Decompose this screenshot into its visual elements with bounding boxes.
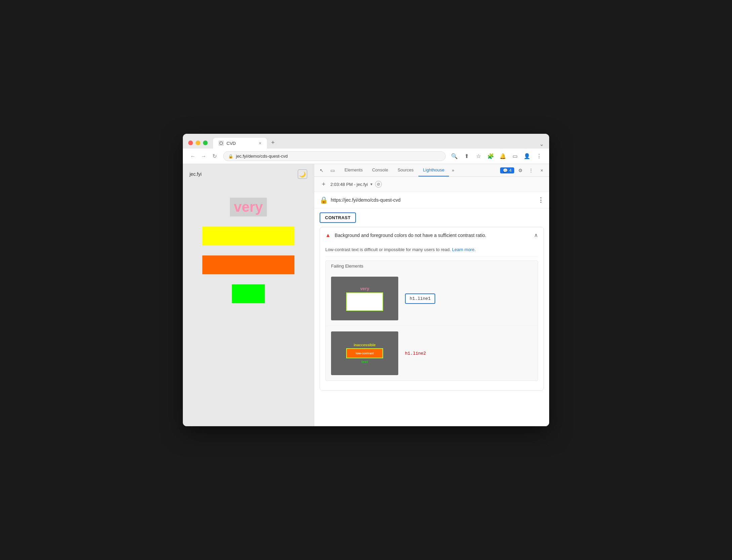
thumbnail-content-2: inaccessible low-contrast text bbox=[331, 331, 398, 375]
element-2-selector[interactable]: h1.line2 bbox=[405, 351, 426, 356]
site-name-label: jec.fyi bbox=[190, 171, 202, 177]
sidebar-icon[interactable]: ▭ bbox=[510, 152, 520, 161]
window-controls bbox=[188, 141, 208, 149]
text-element: text bbox=[232, 284, 265, 303]
tab-lighthouse[interactable]: Lighthouse bbox=[418, 164, 449, 176]
thumbnail-highlight-2: low-contrast bbox=[346, 348, 383, 358]
session-name: 2:03:48 PM - jec.fyi bbox=[330, 182, 368, 187]
collapse-icon[interactable]: ∧ bbox=[534, 232, 538, 238]
more-menu-icon[interactable]: ⋮ bbox=[534, 152, 544, 161]
address-bar: ← → ↻ 🔒 jec.fyi/demo/cds-quest-cvd 🔍 ⬆ ☆… bbox=[183, 149, 549, 164]
session-dropdown-icon[interactable]: ▾ bbox=[370, 182, 372, 187]
tab-favicon bbox=[218, 141, 224, 146]
devtools-tabs: ↖ ▭ Elements Console Sources Lighthouse … bbox=[314, 164, 549, 177]
element-thumbnail-1: very bbox=[331, 277, 398, 320]
failing-elements-container: Failing Elements very bbox=[325, 261, 538, 381]
audit-more-button[interactable]: ⋮ bbox=[538, 196, 544, 204]
inaccessible-text: inaccessible bbox=[202, 227, 294, 245]
badge-count: 4 bbox=[509, 168, 512, 173]
account-icon[interactable]: 👤 bbox=[522, 152, 532, 161]
element-thumbnail-2: inaccessible low-contrast text bbox=[331, 331, 398, 375]
new-tab-button[interactable]: + bbox=[268, 138, 278, 147]
settings-button[interactable]: ⚙ bbox=[516, 166, 525, 175]
devtools-tab-actions: 💬 4 ⚙ ⋮ × bbox=[500, 166, 546, 175]
devtools-tab-icons: ↖ ▭ bbox=[317, 166, 337, 175]
url-bar[interactable]: 🔒 jec.fyi/demo/cds-quest-cvd bbox=[223, 151, 446, 161]
learn-more-link[interactable]: Learn more bbox=[452, 247, 474, 252]
bookmark-icon[interactable]: ☆ bbox=[474, 152, 483, 161]
block-button[interactable]: ⊘ bbox=[375, 181, 382, 188]
webpage-header: jec.fyi 🌙 bbox=[183, 164, 314, 184]
audit-description: Low-contrast text is difficult or imposs… bbox=[325, 243, 538, 256]
title-bar: CVD × + ⌄ bbox=[183, 134, 549, 149]
session-bar: + 2:03:48 PM - jec.fyi ▾ ⊘ bbox=[314, 177, 549, 192]
audit-card-header[interactable]: ▲ Background and foreground colors do no… bbox=[320, 227, 543, 243]
minimize-button[interactable] bbox=[196, 141, 200, 145]
comments-badge[interactable]: 💬 4 bbox=[500, 167, 514, 173]
failing-elements-label: Failing Elements bbox=[326, 261, 538, 271]
audit-url-text: https://jec.fyi/demo/cds-quest-cvd bbox=[331, 197, 535, 203]
add-session-button[interactable]: + bbox=[320, 180, 328, 188]
failing-element-row-2: inaccessible low-contrast text h1.line2 bbox=[326, 326, 538, 381]
lighthouse-panel: + 2:03:48 PM - jec.fyi ▾ ⊘ 🔒 https://jec… bbox=[314, 177, 549, 426]
webpage-panel: jec.fyi 🌙 very inaccessible low-contrast… bbox=[183, 164, 314, 426]
forward-button[interactable]: → bbox=[199, 152, 208, 161]
close-devtools-button[interactable]: × bbox=[537, 166, 546, 175]
audit-error-icon: ▲ bbox=[325, 232, 331, 238]
svg-point-1 bbox=[220, 142, 222, 144]
audit-warning-icon: 🔒 bbox=[320, 196, 328, 204]
main-area: jec.fyi 🌙 very inaccessible low-contrast… bbox=[183, 164, 549, 426]
more-options-button[interactable]: ⋮ bbox=[526, 166, 536, 175]
extension-icon[interactable]: 🧩 bbox=[486, 152, 495, 161]
webpage-content: very inaccessible low-contrast text bbox=[183, 184, 314, 317]
active-tab[interactable]: CVD × bbox=[213, 138, 267, 149]
thumbnail-content-1: very bbox=[331, 277, 398, 320]
more-tabs-icon[interactable]: » bbox=[449, 164, 457, 176]
element-1-selector[interactable]: h1.line1 bbox=[405, 293, 435, 304]
very-text: very bbox=[230, 198, 267, 216]
failing-element-row-1: very h1.line1 bbox=[326, 271, 538, 326]
thumbnail-highlight-1 bbox=[346, 292, 383, 311]
badge-icon: 💬 bbox=[503, 168, 508, 173]
thumb-inaccessible-text: inaccessible bbox=[354, 343, 375, 347]
low-contrast-text: low-contrast bbox=[202, 255, 294, 274]
audit-header-text: Background and foreground colors do not … bbox=[335, 233, 530, 238]
tab-sources[interactable]: Sources bbox=[393, 164, 418, 176]
refresh-button[interactable]: ↻ bbox=[210, 152, 219, 161]
maximize-button[interactable] bbox=[203, 141, 208, 145]
tab-title: CVD bbox=[227, 141, 256, 146]
contrast-button[interactable]: CONTRAST bbox=[320, 212, 356, 223]
share-icon[interactable]: ⬆ bbox=[462, 152, 471, 161]
tab-elements[interactable]: Elements bbox=[340, 164, 367, 176]
lock-icon: 🔒 bbox=[228, 154, 233, 159]
nav-buttons: ← → ↻ bbox=[188, 152, 219, 161]
audit-card-body: Low-contrast text is difficult or imposs… bbox=[320, 243, 543, 390]
search-icon[interactable]: 🔍 bbox=[450, 152, 459, 161]
alert-icon[interactable]: 🔔 bbox=[498, 152, 507, 161]
back-button[interactable]: ← bbox=[188, 152, 198, 161]
tab-close-icon[interactable]: × bbox=[259, 141, 261, 146]
url-text: jec.fyi/demo/cds-quest-cvd bbox=[236, 154, 441, 159]
tab-bar: CVD × + ⌄ bbox=[213, 138, 544, 149]
cursor-tool-icon[interactable]: ↖ bbox=[317, 166, 326, 175]
tab-expand-icon[interactable]: ⌄ bbox=[539, 141, 544, 147]
dark-mode-toggle[interactable]: 🌙 bbox=[298, 169, 307, 179]
audit-card: ▲ Background and foreground colors do no… bbox=[320, 227, 544, 391]
browser-window: CVD × + ⌄ ← → ↻ 🔒 jec.fyi/demo/cds-quest… bbox=[183, 134, 549, 426]
device-tool-icon[interactable]: ▭ bbox=[328, 166, 337, 175]
toolbar-icons: 🔍 ⬆ ☆ 🧩 🔔 ▭ 👤 ⋮ bbox=[450, 152, 544, 161]
devtools-panel: ↖ ▭ Elements Console Sources Lighthouse … bbox=[314, 164, 549, 426]
close-button[interactable] bbox=[188, 141, 193, 145]
thumb-text-below: text bbox=[361, 360, 368, 364]
tab-console[interactable]: Console bbox=[367, 164, 393, 176]
audit-url-row: 🔒 https://jec.fyi/demo/cds-quest-cvd ⋮ bbox=[314, 192, 549, 208]
